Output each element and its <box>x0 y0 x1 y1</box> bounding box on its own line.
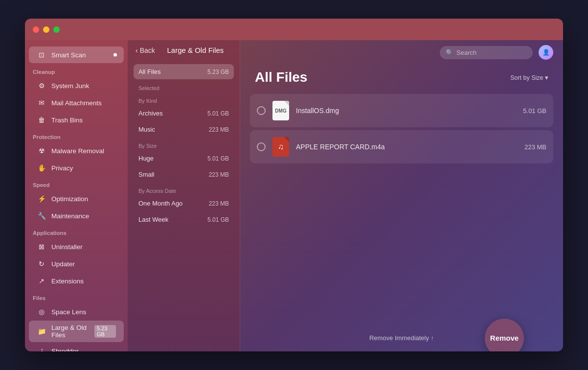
sidebar-item-mail-attachments[interactable]: ✉ Mail Attachments <box>29 94 124 111</box>
sidebar-item-label: Maintenance <box>51 212 89 220</box>
filter-last-week[interactable]: Last Week 5.01 GB <box>134 212 234 227</box>
filter-list: All Files 5.23 GB Selected By Kind Archi… <box>128 60 240 351</box>
system-junk-icon: ⚙ <box>37 81 46 91</box>
filter-music[interactable]: Music 223 MB <box>134 122 234 137</box>
trash-icon: 🗑 <box>37 115 46 125</box>
filter-size: 5.01 GB <box>207 110 229 117</box>
file-checkbox[interactable] <box>257 106 266 115</box>
sidebar-item-updater[interactable]: ↻ Updater <box>29 255 124 272</box>
filter-all-files[interactable]: All Files 5.23 GB <box>134 64 234 79</box>
avatar-icon: 👤 <box>543 49 550 56</box>
filter-label: Archives <box>138 110 163 117</box>
filter-one-month-ago[interactable]: One Month Ago 223 MB <box>134 196 234 211</box>
sidebar-item-label: Malware Removal <box>51 147 104 155</box>
sidebar-item-label: Shredder <box>51 347 79 352</box>
middle-panel: ‹ Back Large & Old Files All Files 5.23 … <box>128 40 240 351</box>
updater-icon: ↻ <box>37 259 46 269</box>
bottom-bar: Remove Immediately ↑ Remove <box>240 327 563 351</box>
filter-size: 223 MB <box>209 200 229 207</box>
minimize-button[interactable] <box>43 26 49 33</box>
uninstaller-icon: ⊠ <box>37 242 46 252</box>
section-cleanup: Cleanup <box>25 65 128 77</box>
smart-scan-icon: ⊡ <box>37 50 46 60</box>
avatar[interactable]: 👤 <box>539 45 553 60</box>
sidebar-item-smart-scan[interactable]: ⊡ Smart Scan <box>29 46 124 63</box>
sidebar-item-large-old-files[interactable]: 📁 Large & Old Files 5.23 GB <box>29 321 124 342</box>
active-dot <box>113 53 117 57</box>
sidebar-item-maintenance[interactable]: 🔧 Maintenance <box>29 208 124 224</box>
file-name: InstallOS.dmg <box>296 107 517 115</box>
file-size: 5.01 GB <box>523 107 546 115</box>
filter-size: 223 MB <box>209 126 229 133</box>
sort-button[interactable]: Sort by Size ▾ <box>510 74 548 81</box>
shredder-icon: ⫶ <box>37 346 46 351</box>
filter-huge[interactable]: Huge 5.01 GB <box>134 151 234 166</box>
section-protection: Protection <box>25 130 128 142</box>
malware-icon: ☢ <box>37 146 46 156</box>
back-button[interactable]: ‹ Back <box>136 46 155 54</box>
remove-immediately-button[interactable]: Remove Immediately ↑ <box>369 334 434 342</box>
sidebar: ⊡ Smart Scan Cleanup ⚙ System Junk ✉ Mai… <box>25 40 128 351</box>
sidebar-item-label: Optimization <box>51 195 88 203</box>
filter-small[interactable]: Small 223 MB <box>134 167 234 182</box>
sidebar-item-label: System Junk <box>51 82 89 90</box>
search-icon: 🔍 <box>446 49 453 56</box>
filter-section-selected: Selected <box>134 80 234 93</box>
sidebar-item-label: Trash Bins <box>51 116 83 124</box>
filter-label: One Month Ago <box>138 200 182 207</box>
filter-archives[interactable]: Archives 5.01 GB <box>134 106 234 121</box>
panel-header: ‹ Back Large & Old Files <box>128 40 240 60</box>
file-name: APPLE REPORT CARD.m4a <box>296 143 519 151</box>
search-bar[interactable]: 🔍 <box>440 46 533 59</box>
file-list: DMG InstallOS.dmg 5.01 GB ♫ APPLE REPORT… <box>240 90 563 327</box>
space-lens-icon: ◎ <box>37 307 46 317</box>
maximize-button[interactable] <box>53 26 60 33</box>
sidebar-item-shredder[interactable]: ⫶ Shredder <box>29 343 124 351</box>
sidebar-item-optimization[interactable]: ⚡ Optimization <box>29 190 124 207</box>
table-row[interactable]: ♫ APPLE REPORT CARD.m4a 223 MB <box>250 130 553 163</box>
filter-section-by-kind: By Kind <box>134 93 234 106</box>
back-chevron-icon: ‹ <box>136 46 138 54</box>
close-button[interactable] <box>33 26 39 33</box>
sidebar-item-uninstaller[interactable]: ⊠ Uninstaller <box>29 238 124 255</box>
sidebar-item-label: Extensions <box>51 278 84 285</box>
file-size: 223 MB <box>524 143 546 151</box>
filter-label: Last Week <box>138 216 168 223</box>
file-checkbox[interactable] <box>257 142 266 151</box>
extensions-icon: ↗ <box>37 276 46 286</box>
section-files: Files <box>25 291 128 303</box>
sidebar-item-label: Privacy <box>51 164 73 172</box>
sidebar-item-privacy[interactable]: ✋ Privacy <box>29 160 124 176</box>
filter-label: All Files <box>138 68 161 75</box>
filter-label: Small <box>138 171 155 178</box>
sidebar-item-system-junk[interactable]: ⚙ System Junk <box>29 77 124 94</box>
search-input[interactable] <box>456 49 527 56</box>
m4a-icon: ♫ <box>272 137 289 157</box>
filter-label: Huge <box>138 155 154 162</box>
privacy-icon: ✋ <box>37 163 46 173</box>
sidebar-item-malware-removal[interactable]: ☢ Malware Removal <box>29 142 124 159</box>
sidebar-item-extensions[interactable]: ↗ Extensions <box>29 273 124 289</box>
optimization-icon: ⚡ <box>37 194 46 204</box>
sidebar-item-label: Mail Attachments <box>51 99 102 107</box>
sidebar-item-label: Smart Scan <box>51 51 86 59</box>
main-toolbar: 🔍 👤 <box>240 40 563 65</box>
dmg-icon: DMG <box>272 101 289 120</box>
filter-section-by-access-date: By Access Date <box>134 183 234 196</box>
sidebar-item-space-lens[interactable]: ◎ Space Lens <box>29 303 124 320</box>
filter-section-by-size: By Size <box>134 138 234 151</box>
files-header: All Files Sort by Size ▾ <box>240 65 563 90</box>
file-type-icon: ♫ <box>271 136 290 158</box>
section-applications: Applications <box>25 226 128 238</box>
sidebar-item-label: Large & Old Files <box>51 324 94 339</box>
file-type-icon: DMG <box>271 100 290 121</box>
large-files-icon: 📁 <box>37 326 46 336</box>
section-speed: Speed <box>25 178 128 190</box>
table-row[interactable]: DMG InstallOS.dmg 5.01 GB <box>250 94 553 127</box>
sidebar-item-trash-bins[interactable]: 🗑 Trash Bins <box>29 112 124 128</box>
sidebar-item-label: Updater <box>51 260 75 268</box>
maintenance-icon: 🔧 <box>37 211 46 221</box>
panel-title: Large & Old Files <box>159 46 232 54</box>
traffic-lights <box>33 26 60 33</box>
filter-size: 5.23 GB <box>207 69 229 75</box>
